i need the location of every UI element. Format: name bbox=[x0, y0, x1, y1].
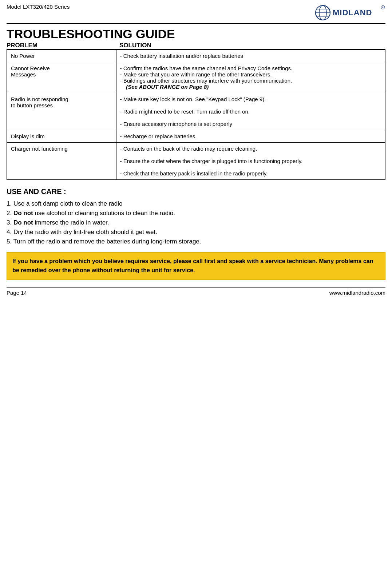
solution-cell: - Contacts on the back of the radio may … bbox=[116, 143, 385, 180]
care-list: 1. Use a soft damp cloth to clean the ra… bbox=[7, 200, 385, 245]
table-row: Cannot ReceiveMessages - Confirm the rad… bbox=[7, 62, 385, 93]
table-row: Display is dim - Recharge or replace bat… bbox=[7, 130, 385, 143]
item-number: 1. bbox=[7, 200, 12, 207]
service-highlight-box: If you have a problem which you believe … bbox=[7, 252, 385, 280]
list-item: 5. Turn off the radio and remove the bat… bbox=[7, 238, 385, 245]
problem-cell: Display is dim bbox=[7, 130, 116, 143]
item-number: 3. bbox=[7, 219, 13, 226]
midland-logo: MIDLAND R bbox=[313, 4, 385, 22]
solution-cell: - Make sure key lock is not on. See "Key… bbox=[116, 93, 385, 130]
table-row: Radio is not respondingto button presses… bbox=[7, 93, 385, 130]
item-number: 5. bbox=[7, 238, 13, 245]
item-number: 2. bbox=[7, 210, 13, 217]
list-item: 3. Do not immerse the radio in water. bbox=[7, 219, 385, 226]
list-item: 2. Do not use alcohol or cleaning soluti… bbox=[7, 210, 385, 217]
table-row: Charger not functioning - Contacts on th… bbox=[7, 143, 385, 180]
svg-text:R: R bbox=[382, 6, 384, 9]
use-and-care-title: USE AND CARE : bbox=[7, 187, 385, 196]
problem-cell: Charger not functioning bbox=[7, 143, 116, 180]
page-title: TROUBLESHOOTING GUIDE bbox=[7, 27, 385, 41]
problem-cell: Radio is not respondingto button presses bbox=[7, 93, 116, 130]
page-header: Model LXT320/420 Series MIDLAND R bbox=[7, 4, 385, 24]
page-footer: Page 14 www.midlandradio.com bbox=[7, 287, 385, 296]
solution-column-header: SOLUTION bbox=[116, 42, 385, 49]
page-number: Page 14 bbox=[7, 290, 27, 296]
solution-cell: - Recharge or replace batteries. bbox=[116, 130, 385, 143]
solution-cell: - Confirm the radios have the same chann… bbox=[116, 62, 385, 93]
problem-cell: Cannot ReceiveMessages bbox=[7, 62, 116, 93]
list-item: 1. Use a soft damp cloth to clean the ra… bbox=[7, 200, 385, 207]
table-row: No Power - Check battery installation an… bbox=[7, 49, 385, 62]
table-column-headers: PROBLEM SOLUTION bbox=[7, 42, 385, 49]
problem-column-header: PROBLEM bbox=[7, 42, 116, 49]
website-url: www.midlandradio.com bbox=[329, 290, 385, 296]
solution-cell: - Check battery installation and/or repl… bbox=[116, 49, 385, 62]
logo-area: MIDLAND R bbox=[313, 4, 385, 22]
list-item: 4. Dry the radio with dry lint-free clot… bbox=[7, 229, 385, 236]
model-label: Model LXT320/420 Series bbox=[7, 4, 70, 10]
item-number: 4. bbox=[7, 229, 13, 235]
svg-text:MIDLAND: MIDLAND bbox=[333, 8, 372, 17]
problem-cell: No Power bbox=[7, 49, 116, 62]
troubleshooting-table: No Power - Check battery installation an… bbox=[7, 49, 385, 180]
